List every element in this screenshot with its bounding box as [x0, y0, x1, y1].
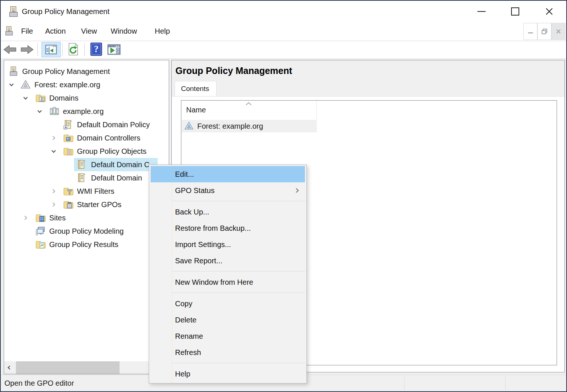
results-pane-title: Group Policy Management: [175, 65, 292, 76]
chevron-down-icon[interactable]: [23, 95, 28, 101]
tree-item-label: Domain Controllers: [77, 131, 140, 145]
menu-file[interactable]: File: [21, 22, 33, 40]
gpo-folder-icon: [63, 146, 73, 156]
tree-item-label: Group Policy Objects: [77, 145, 147, 158]
chevron-right-icon[interactable]: [23, 215, 28, 221]
chevron-down-icon[interactable]: [9, 82, 14, 88]
refresh-icon: [67, 42, 79, 56]
forest-icon: [20, 80, 31, 90]
tree-item-sites[interactable]: Sites: [4, 211, 168, 224]
sort-ascending-icon: [245, 102, 252, 105]
menu-separator: [149, 290, 306, 295]
menu-item-delete[interactable]: Delete: [151, 312, 305, 328]
chevron-down-icon[interactable]: [51, 148, 57, 154]
maximize-icon: [511, 7, 519, 16]
tab-contents[interactable]: Contents: [175, 81, 217, 97]
tree-item-label: Forest: example.org: [34, 78, 100, 91]
menu-action[interactable]: Action: [45, 22, 66, 40]
tree-item-label: Group Policy Results: [49, 238, 118, 251]
forward-button[interactable]: [20, 44, 34, 55]
menu-item-back-up[interactable]: Back Up...: [151, 204, 305, 220]
tree-item-label: Default Domain Policy: [77, 118, 150, 131]
back-button[interactable]: [3, 44, 17, 55]
tree-item-domain-controllers[interactable]: Domain Controllers: [4, 131, 168, 145]
minimize-button[interactable]: [470, 1, 493, 22]
tree-item-default-domain-policy[interactable]: Default Domain Policy: [4, 118, 168, 131]
menu-item-import-settings[interactable]: Import Settings...: [151, 236, 305, 253]
menu-item-save-report[interactable]: Save Report...: [151, 253, 305, 269]
gpo-link-icon: [63, 119, 73, 130]
tree-item-default-domain-gpo[interactable]: Default Domain: [4, 171, 168, 185]
child-window-controls: [523, 23, 566, 40]
console-window-icon: [4, 26, 14, 37]
forward-icon: [20, 44, 34, 55]
child-minimize-button[interactable]: [523, 23, 537, 40]
tree-item-label: Starter GPOs: [77, 198, 121, 211]
menu-help[interactable]: Help: [155, 22, 170, 40]
title-bar: Group Policy Management: [1, 1, 566, 22]
scroll-left-button[interactable]: [4, 361, 14, 374]
maximize-button[interactable]: [504, 1, 526, 22]
tree-item-label: Group Policy Management: [22, 65, 110, 78]
tree-horizontal-scrollbar[interactable]: [4, 361, 169, 374]
list-item-forest[interactable]: Forest: example.org: [182, 120, 317, 132]
submenu-arrow-icon: [295, 187, 299, 193]
domain-controllers-folder-icon: [63, 133, 73, 143]
toolbar-separator: [84, 43, 85, 56]
menu-item-copy[interactable]: Copy: [151, 295, 305, 312]
menu-item-edit[interactable]: Edit...: [151, 166, 305, 182]
console-tree-pane: Group Policy Management Forest: example.…: [4, 60, 169, 374]
gpmc-window: Group Policy Management File Action View…: [0, 0, 567, 392]
tree-item-label: Sites: [49, 211, 66, 224]
tree-item-starter-gpos[interactable]: Starter GPOs: [4, 198, 168, 211]
restore-icon: [541, 28, 547, 34]
tree-item-group-policy-results[interactable]: Group Policy Results: [4, 238, 168, 251]
tree-item-group-policy-objects[interactable]: Group Policy Objects: [4, 145, 168, 158]
menu-item-rename[interactable]: Rename: [151, 328, 305, 344]
minimize-icon: [528, 33, 533, 33]
tree-item-domains[interactable]: Domains: [4, 91, 168, 105]
menu-view[interactable]: View: [81, 22, 97, 40]
child-close-button[interactable]: [551, 23, 566, 40]
gpm-app-icon: [9, 66, 19, 77]
forest-icon: [184, 121, 194, 131]
new-window-button[interactable]: [107, 44, 121, 55]
menu-item-help[interactable]: Help: [151, 366, 305, 382]
new-window-icon: [107, 44, 121, 55]
list-item-label: Forest: example.org: [197, 120, 263, 132]
domains-folder-icon: [35, 93, 46, 103]
column-divider[interactable]: [316, 101, 317, 120]
tree-item-forest[interactable]: Forest: example.org: [4, 78, 168, 91]
scrollbar-thumb[interactable]: [16, 361, 120, 374]
show-console-tree-icon: [45, 44, 57, 55]
tree-item-domain-example-org[interactable]: example.org: [4, 105, 168, 118]
show-console-tree-button[interactable]: [41, 42, 61, 57]
child-restore-button[interactable]: [537, 23, 551, 40]
tree-item-group-policy-management[interactable]: Group Policy Management: [4, 65, 168, 78]
close-button[interactable]: [538, 1, 560, 22]
toolbar-separator: [62, 43, 63, 56]
menu-window[interactable]: Window: [111, 22, 137, 40]
close-icon: [556, 28, 561, 34]
menu-item-refresh[interactable]: Refresh: [151, 344, 305, 361]
gpm-app-icon: [8, 6, 19, 18]
chevron-right-icon[interactable]: [51, 135, 57, 141]
menu-item-restore-from-backup[interactable]: Restore from Backup...: [151, 220, 305, 236]
tree-item-label: Group Policy Modeling: [49, 224, 124, 238]
chevron-right-icon[interactable]: [51, 188, 57, 194]
sites-folder-icon: [35, 213, 46, 223]
chevron-right-icon[interactable]: [51, 202, 57, 207]
menu-item-gpo-status[interactable]: GPO Status: [151, 182, 305, 199]
starter-gpos-folder-icon: [63, 199, 73, 210]
menu-separator: [149, 361, 306, 366]
tree-item-group-policy-modeling[interactable]: Group Policy Modeling: [4, 224, 168, 238]
refresh-button[interactable]: [67, 42, 79, 56]
column-header-name[interactable]: Name: [186, 106, 206, 114]
help-button[interactable]: [90, 43, 102, 56]
chevron-down-icon[interactable]: [37, 108, 43, 114]
gp-modeling-icon: [35, 226, 46, 236]
tree-item-default-domain-controllers-gpo[interactable]: Default Domain C: [4, 158, 168, 171]
menu-item-new-window-from-here[interactable]: New Window from Here: [151, 274, 305, 290]
tree-item-label: Default Domain: [91, 171, 142, 185]
tree-item-wmi-filters[interactable]: WMI Filters: [4, 185, 168, 198]
